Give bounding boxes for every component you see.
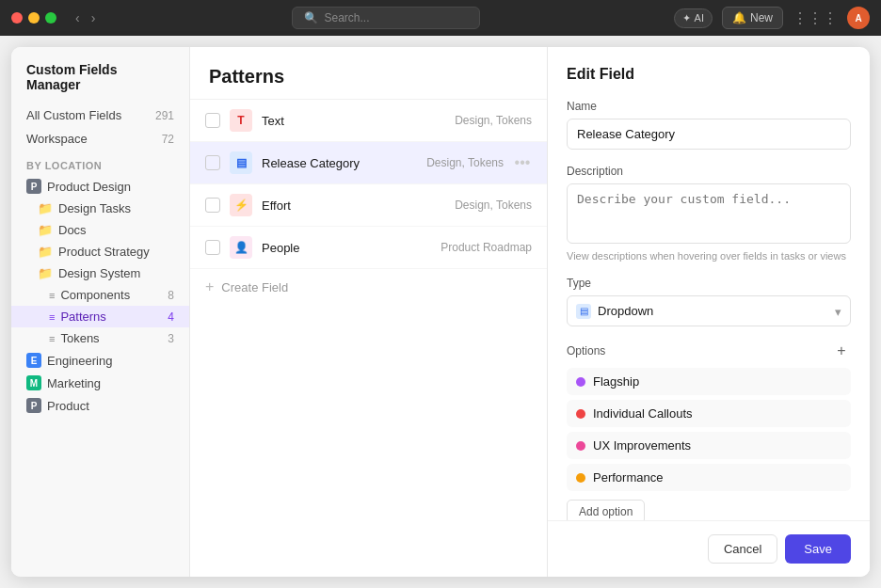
ai-badge[interactable]: ✦ AI (674, 8, 713, 28)
ai-icon: ✦ (682, 12, 691, 24)
sidebar-item-patterns[interactable]: ≡ Patterns 4 (11, 306, 189, 327)
name-input[interactable] (567, 119, 851, 150)
search-box[interactable]: 🔍 Search... (292, 7, 480, 29)
fields-list: T Text Design, Tokens ▤ Release Category… (190, 100, 547, 577)
field-tags-people: Product Roadmap (440, 241, 532, 254)
close-button[interactable] (11, 12, 23, 24)
plus-icon: + (205, 278, 214, 295)
form-group-type: Type ▤ Dropdown Text People Date ▾ (567, 277, 851, 326)
field-row-people[interactable]: 👤 People Product Roadmap (190, 227, 547, 269)
field-row-text[interactable]: T Text Design, Tokens (190, 100, 547, 142)
edit-panel-body: Edit Field Name Description View descrip… (548, 47, 870, 520)
patterns-label: Patterns (60, 310, 105, 324)
type-select[interactable]: Dropdown Text People Date (567, 295, 851, 326)
sidebar-item-components[interactable]: ≡ Components 8 (11, 284, 189, 306)
forward-button[interactable]: › (88, 8, 100, 27)
sidebar-item-marketing[interactable]: M Marketing (11, 372, 189, 394)
sidebar-item-design-system[interactable]: 📁 Design System (11, 262, 189, 284)
workspace-label: Workspace (26, 132, 88, 146)
sidebar-title: Custom Fields Manager (11, 62, 189, 103)
fields-panel: Patterns T Text Design, Tokens ▤ Release… (190, 47, 548, 577)
name-label: Name (567, 100, 851, 113)
product-label: Product (47, 399, 89, 413)
folder-icon-strategy: 📁 (38, 245, 53, 259)
field-checkbox-text[interactable] (205, 113, 220, 128)
form-group-description: Description View descriptions when hover… (567, 165, 851, 262)
description-textarea[interactable] (567, 183, 851, 244)
list-icon-components: ≡ (49, 290, 55, 301)
option-dot-ux (576, 441, 585, 451)
bell-icon: 🔔 (732, 11, 746, 24)
form-group-options: Options + Flagship Individual Callouts (567, 342, 851, 520)
option-text-flagship: Flagship (593, 374, 841, 389)
type-select-wrapper: ▤ Dropdown Text People Date ▾ (567, 295, 851, 326)
sidebar-item-engineering[interactable]: E Engineering (11, 349, 189, 372)
sidebar-item-product-design[interactable]: P Product Design (11, 175, 189, 198)
create-field-button[interactable]: + Create Field (190, 269, 547, 305)
options-add-button[interactable]: + (832, 342, 851, 360)
field-tags-text: Design, Tokens (455, 114, 532, 127)
all-custom-fields-count: 291 (155, 109, 174, 122)
all-custom-fields-label: All Custom Fields (26, 108, 121, 122)
field-row-effort[interactable]: ⚡ Effort Design, Tokens (190, 184, 547, 227)
field-name-text: Text (262, 114, 445, 128)
field-name-effort: Effort (262, 199, 445, 213)
sidebar-item-product-strategy[interactable]: 📁 Product Strategy (11, 241, 189, 262)
docs-label: Docs (58, 223, 87, 237)
save-button[interactable]: Save (785, 534, 851, 564)
option-item-individual-callouts[interactable]: Individual Callouts (567, 400, 851, 427)
field-type-icon-dropdown: ▤ (230, 151, 252, 174)
option-item-flagship[interactable]: Flagship (567, 368, 851, 395)
patterns-count: 4 (168, 310, 174, 324)
field-type-icon-text: T (230, 109, 252, 132)
marketing-label: Marketing (47, 376, 101, 390)
sidebar-item-product[interactable]: P Product (11, 394, 189, 417)
by-location-label: BY LOCATION (11, 151, 189, 175)
option-text-individual-callouts: Individual Callouts (593, 406, 841, 421)
design-tasks-label: Design Tasks (58, 201, 131, 215)
folder-icon-design-system: 📁 (38, 266, 53, 280)
field-checkbox-people[interactable] (205, 240, 220, 255)
new-button[interactable]: 🔔 New (722, 7, 783, 29)
tokens-count: 3 (168, 332, 174, 345)
components-count: 8 (168, 289, 174, 302)
edit-section: Edit Field Name Description View descrip… (548, 47, 870, 577)
sidebar: Custom Fields Manager All Custom Fields … (11, 47, 190, 577)
product-icon: P (26, 398, 41, 413)
field-more-release[interactable]: ••• (513, 154, 532, 171)
field-name-people: People (262, 241, 431, 255)
fields-header: Patterns (190, 47, 547, 100)
panel-footer: Cancel Save (548, 520, 870, 577)
titlebar-search-area: 🔍 Search... (106, 7, 665, 29)
options-header: Options + (567, 342, 851, 360)
nav-buttons: ‹ › (72, 8, 99, 27)
field-type-icon-effort: ⚡ (230, 194, 252, 216)
option-item-ux-improvements[interactable]: UX Improvements (567, 432, 851, 459)
titlebar-actions: ✦ AI 🔔 New ⋮⋮⋮ A (674, 7, 870, 29)
components-label: Components (60, 288, 130, 302)
sidebar-item-tokens[interactable]: ≡ Tokens 3 (11, 327, 189, 349)
add-option-button[interactable]: Add option (567, 500, 645, 520)
folder-icon-docs: 📁 (38, 223, 53, 237)
app-body: Custom Fields Manager All Custom Fields … (0, 36, 881, 588)
sidebar-item-docs[interactable]: 📁 Docs (11, 219, 189, 241)
sidebar-item-workspace[interactable]: Workspace 72 (11, 127, 189, 151)
back-button[interactable]: ‹ (72, 8, 84, 27)
field-checkbox-effort[interactable] (205, 198, 220, 213)
options-label: Options (567, 344, 605, 358)
option-item-performance[interactable]: Performance (567, 464, 851, 491)
maximize-button[interactable] (45, 12, 56, 24)
field-row-release-category[interactable]: ▤ Release Category Design, Tokens ••• (190, 142, 547, 184)
minimize-button[interactable] (28, 12, 40, 24)
field-checkbox-release[interactable] (205, 155, 220, 170)
cancel-button[interactable]: Cancel (708, 534, 777, 564)
grid-icon[interactable]: ⋮⋮⋮ (793, 9, 838, 27)
engineering-icon: E (26, 353, 41, 368)
product-strategy-label: Product Strategy (58, 245, 150, 259)
field-type-icon-people: 👤 (230, 236, 252, 259)
traffic-lights (11, 12, 56, 24)
sidebar-item-design-tasks[interactable]: 📁 Design Tasks (11, 198, 189, 219)
workspace-count: 72 (162, 133, 174, 146)
avatar[interactable]: A (847, 7, 870, 29)
sidebar-item-all-custom-fields[interactable]: All Custom Fields 291 (11, 103, 189, 127)
